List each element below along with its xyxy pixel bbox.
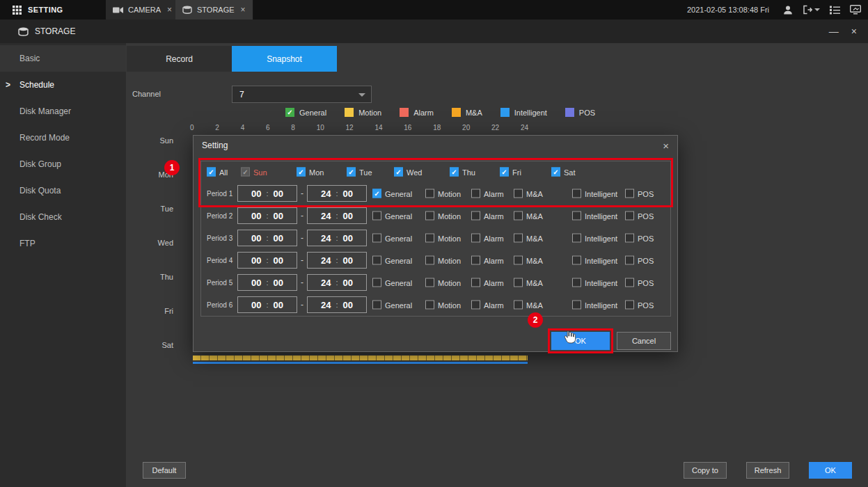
end-time-input[interactable]: 24:00	[307, 207, 367, 224]
pos-checkbox[interactable]	[625, 256, 634, 265]
tab-camera[interactable]: CAMERA ×	[106, 0, 180, 19]
sidebar-item-schedule[interactable]: >Schedule	[0, 72, 126, 98]
motion-checkbox[interactable]	[425, 256, 434, 265]
sidebar-item-disk-group[interactable]: Disk Group	[0, 151, 126, 177]
channel-select[interactable]: 7	[232, 86, 372, 103]
close-button[interactable]: ×	[851, 26, 857, 37]
logout-icon[interactable]	[803, 5, 820, 15]
intelligent-checkbox[interactable]	[572, 278, 581, 287]
end-time-input[interactable]: 24:00	[307, 185, 367, 202]
setting-app-button[interactable]: SETTING	[13, 0, 63, 19]
checkbox-group-pos: POS	[625, 278, 654, 287]
sidebar-item-disk-manager[interactable]: Disk Manager	[0, 98, 126, 125]
dialog-close-icon[interactable]: ×	[663, 140, 669, 152]
general-checkbox[interactable]	[372, 211, 381, 221]
motion-checkbox[interactable]	[425, 234, 434, 243]
tab-snapshot-label: Snapshot	[267, 54, 302, 64]
sidebar-item-ftp[interactable]: FTP	[0, 230, 126, 257]
pos-checkbox[interactable]	[625, 234, 634, 243]
intelligent-checkbox[interactable]	[572, 189, 581, 198]
sidebar-item-disk-check[interactable]: Disk Check	[0, 204, 126, 230]
fri-checkbox[interactable]	[500, 168, 509, 177]
ok-button[interactable]: OK	[809, 462, 852, 479]
start-time-input[interactable]: 00:00	[237, 185, 297, 202]
end-time-input[interactable]: 24:00	[307, 230, 367, 246]
general-checkbox[interactable]	[372, 234, 381, 243]
pos-checkbox[interactable]	[625, 211, 634, 221]
pos-checkbox[interactable]	[625, 278, 634, 287]
all-checkbox[interactable]	[207, 168, 216, 177]
logout-dropdown-chevron-icon[interactable]	[814, 8, 820, 11]
alarm-checkbox[interactable]	[471, 278, 480, 287]
user-icon[interactable]	[783, 5, 793, 15]
tab-record[interactable]: Record	[127, 46, 232, 72]
dialog-ok-button[interactable]: OK	[551, 332, 610, 350]
alarm-checkbox[interactable]	[471, 211, 480, 221]
sidebar-item-basic[interactable]: Basic	[0, 45, 126, 72]
ma-checkbox[interactable]	[514, 234, 523, 243]
end-time-input[interactable]: 24:00	[307, 274, 367, 291]
pos-checkbox[interactable]	[625, 189, 634, 198]
ma-checkbox[interactable]	[514, 256, 523, 265]
wed-checkbox[interactable]	[394, 168, 403, 177]
alarm-checkbox[interactable]	[471, 234, 480, 243]
default-button[interactable]: Default	[143, 462, 186, 479]
start-time-input[interactable]: 00:00	[237, 274, 297, 291]
sidebar-item-disk-quota[interactable]: Disk Quota	[0, 177, 126, 204]
legend-label: Intelligent	[514, 109, 547, 117]
intelligent-checkbox[interactable]	[572, 234, 581, 243]
dialog-title: Setting	[202, 141, 228, 150]
monitor-edit-icon[interactable]	[850, 5, 861, 15]
tab-camera-label: CAMERA	[128, 6, 161, 14]
task-queue-icon[interactable]	[830, 6, 840, 15]
sat-schedule-bar[interactable]	[193, 356, 528, 360]
motion-checkbox[interactable]	[425, 211, 434, 221]
alarm-checkbox[interactable]	[471, 301, 480, 310]
motion-checkbox[interactable]	[425, 301, 434, 310]
motion-checkbox[interactable]	[425, 278, 434, 287]
mon-label: Mon	[309, 168, 324, 176]
thu-checkbox[interactable]	[450, 168, 459, 177]
intelligent-checkbox[interactable]	[572, 211, 581, 221]
intelligent-checkbox[interactable]	[572, 256, 581, 265]
ma-checkbox[interactable]	[514, 211, 523, 221]
refresh-button[interactable]: Refresh	[746, 462, 789, 479]
sidebar-item-record-mode[interactable]: Record Mode	[0, 125, 126, 151]
tab-snapshot[interactable]: Snapshot	[232, 46, 337, 72]
alarm-checkbox[interactable]	[471, 189, 480, 198]
alarm-checkbox[interactable]	[471, 256, 480, 265]
general-checkbox[interactable]	[372, 278, 381, 287]
end-time-input[interactable]: 24:00	[307, 252, 367, 269]
minimize-button[interactable]: —	[829, 26, 839, 37]
general-checkbox[interactable]	[372, 256, 381, 265]
sat-label: Sat	[564, 168, 576, 176]
general-checkbox[interactable]	[372, 301, 381, 310]
dialog-cancel-button[interactable]: Cancel	[617, 332, 671, 350]
start-time-input[interactable]: 00:00	[237, 230, 297, 246]
tab-camera-close-icon[interactable]: ×	[167, 5, 172, 15]
copy-to-button[interactable]: Copy to	[684, 462, 727, 479]
tab-storage[interactable]: STORAGE ×	[175, 0, 253, 19]
dash: -	[301, 278, 303, 287]
intelligent-label: Intelligent	[585, 234, 617, 242]
ma-checkbox[interactable]	[514, 189, 523, 198]
ma-checkbox[interactable]	[514, 278, 523, 287]
tue-checkbox[interactable]	[347, 168, 356, 177]
start-minute: 00	[274, 300, 283, 310]
end-time-input[interactable]: 24:00	[307, 296, 367, 313]
ma-checkbox[interactable]	[514, 301, 523, 310]
start-time-input[interactable]: 00:00	[237, 296, 297, 313]
period-label: Period 6	[207, 301, 236, 309]
general-checkbox[interactable]	[372, 189, 381, 198]
motion-checkbox[interactable]	[425, 189, 434, 198]
start-time-input[interactable]: 00:00	[237, 207, 297, 224]
tab-storage-close-icon[interactable]: ×	[241, 5, 246, 15]
checkbox-group-ma: M&A	[514, 234, 543, 243]
ruler-tick: 0	[190, 124, 194, 131]
sat-checkbox[interactable]	[551, 168, 560, 177]
colon: :	[336, 256, 338, 264]
start-time-input[interactable]: 00:00	[237, 252, 297, 269]
intelligent-checkbox[interactable]	[572, 301, 581, 310]
pos-checkbox[interactable]	[625, 301, 634, 310]
mon-checkbox[interactable]	[297, 168, 306, 177]
